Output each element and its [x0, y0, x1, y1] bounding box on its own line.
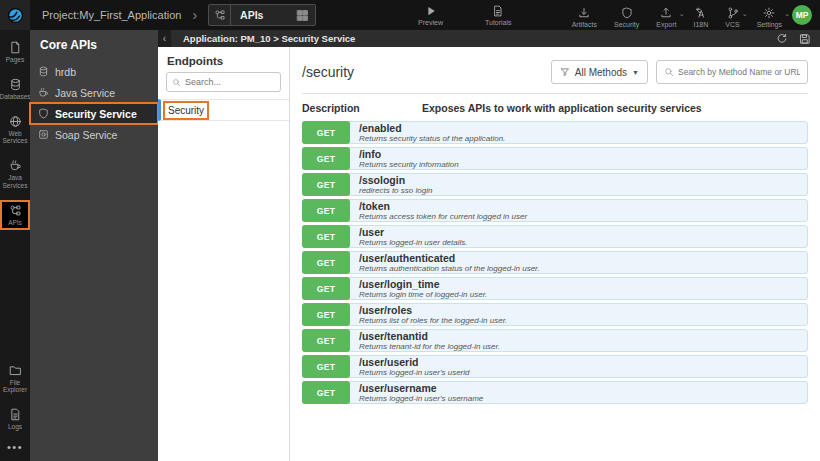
core-api-item-security-service[interactable]: Security Service [30, 103, 158, 124]
more-options-icon[interactable]: ••• [7, 441, 23, 453]
shield-icon [621, 7, 633, 19]
endpoint-path: /user/authenticated [359, 252, 540, 264]
tool-label: Artifacts [572, 21, 597, 28]
endpoint-description: Returns list of roles for the logged-in … [359, 316, 507, 325]
play-icon [425, 5, 437, 17]
method-search-input[interactable] [678, 67, 800, 77]
endpoint-description: Returns logged-in user details. [359, 238, 468, 247]
endpoint-row[interactable]: GET/infoReturns security information [302, 147, 808, 170]
method-badge: GET [302, 251, 350, 274]
endpoint-path: /user/tenantid [359, 330, 500, 342]
method-badge: GET [302, 381, 350, 404]
chevron-right-icon: › [192, 7, 197, 23]
method-badge: GET [302, 355, 350, 378]
workspace-selector[interactable]: APIs [208, 4, 316, 26]
endpoint-description: Returns access token for current logged … [359, 212, 527, 221]
endpoint-row[interactable]: GET/user/tenantidReturns tenant-id for t… [302, 329, 808, 352]
core-apis-title: Core APIs [30, 30, 158, 61]
sidebar-item-pages[interactable]: Pages [0, 37, 30, 67]
endpoint-row[interactable]: GET/tokenReturns access token for curren… [302, 199, 808, 222]
endpoint-description: Returns authentication status of the log… [359, 264, 540, 273]
method-badge: GET [302, 173, 350, 196]
topbar-tool-vcs[interactable]: ⌄VCS [725, 7, 739, 28]
api-icon [214, 9, 226, 21]
refresh-icon[interactable] [776, 33, 788, 45]
topbar-tool-export[interactable]: ⌄Export [656, 7, 676, 28]
endpoint-item-label: Security [165, 103, 207, 118]
endpoint-row[interactable]: GET/enabledReturns security status of th… [302, 121, 808, 144]
sidebar-item-file-explorer[interactable]: File Explorer [0, 360, 30, 398]
endpoint-path: /user/userid [359, 356, 469, 368]
core-api-item-label: hrdb [55, 66, 76, 78]
sidebar-item-label: Web Services [0, 130, 30, 146]
service-description-text: Exposes APIs to work with application se… [422, 102, 702, 114]
core-api-item-soap-service[interactable]: Soap Service [30, 124, 158, 145]
doc-icon [492, 5, 504, 17]
grid-icon[interactable] [296, 9, 309, 22]
sidebar-item-databases[interactable]: Databases [0, 74, 30, 104]
sidebar-item-label: APIs [8, 219, 22, 227]
service-path-title: /security [302, 64, 354, 80]
sidebar-item-label: File Explorer [0, 379, 30, 395]
upload-icon [660, 7, 672, 19]
sidebar-item-java-services[interactable]: Java Services [0, 155, 30, 193]
endpoints-search-input[interactable] [185, 77, 275, 87]
method-search-box[interactable] [656, 60, 808, 84]
sidebar-item-label: Pages [6, 56, 24, 64]
topbar-tool-artifacts[interactable]: Artifacts [572, 7, 597, 28]
chevron-down-icon: ⌄ [742, 10, 748, 18]
search-icon [172, 78, 181, 87]
topbar-tool-settings[interactable]: ⌄Settings [757, 7, 782, 28]
core-api-item-hrdb[interactable]: hrdb [30, 61, 158, 82]
soap-icon [38, 129, 49, 140]
chevron-down-icon: ⌄ [784, 10, 790, 18]
i18n-icon [695, 7, 707, 19]
coffee-icon [38, 87, 49, 98]
endpoint-path: /info [359, 148, 459, 160]
shield-icon [38, 108, 49, 119]
breadcrumb-bar: ‹ Application: PM_10 > Security Service [158, 30, 820, 47]
project-name-label: Project:My_First_Application [42, 9, 181, 21]
save-icon[interactable] [799, 33, 811, 45]
sidebar-item-web-services[interactable]: Web Services [0, 111, 30, 149]
endpoint-row[interactable]: GET/userReturns logged-in user details. [302, 225, 808, 248]
method-badge: GET [302, 303, 350, 326]
core-api-item-label: Java Service [55, 87, 115, 99]
collapse-panel-button[interactable]: ‹ [158, 30, 171, 47]
folder-icon [9, 364, 22, 377]
topbar-tool-i18n[interactable]: I18N [694, 7, 709, 28]
endpoints-list: Security [158, 99, 289, 121]
endpoint-row[interactable]: GET/user/useridReturns logged-in user's … [302, 355, 808, 378]
tool-label: VCS [725, 21, 739, 28]
core-api-item-java-service[interactable]: Java Service [30, 82, 158, 103]
endpoint-row[interactable]: GET/user/login_timeReturns login time of… [302, 277, 808, 300]
topbar-tool-preview[interactable]: Preview [418, 5, 443, 26]
methods-filter-dropdown[interactable]: All Methods ▼ [551, 60, 648, 84]
endpoints-search-box[interactable] [166, 72, 281, 92]
app-logo[interactable] [0, 0, 30, 30]
database-icon [38, 66, 49, 77]
endpoint-description: Returns security status of the applicati… [359, 134, 505, 143]
endpoint-row[interactable]: GET/user/usernameReturns logged-in user'… [302, 381, 808, 404]
user-avatar[interactable]: MP [792, 5, 812, 25]
core-api-item-label: Soap Service [55, 129, 117, 141]
endpoint-path: /user/username [359, 382, 483, 394]
sidebar-item-label: Logs [8, 423, 22, 431]
sidebar-item-logs[interactable]: Logs [0, 404, 30, 434]
topbar-right-tools: ArtifactsSecurity⌄ExportI18N⌄VCS⌄Setting… [572, 3, 782, 28]
gear-icon [763, 7, 775, 19]
endpoint-row[interactable]: GET/user/rolesReturns list of roles for … [302, 303, 808, 326]
endpoint-path: /ssologin [359, 174, 432, 186]
endpoints-panel: Endpoints Security [158, 47, 290, 461]
endpoint-item-security[interactable]: Security [158, 99, 289, 121]
sidebar-item-apis[interactable]: APIs [0, 200, 30, 230]
topbar-tool-security[interactable]: Security [614, 7, 639, 28]
endpoint-row[interactable]: GET/user/authenticatedReturns authentica… [302, 251, 808, 274]
core-apis-panel: Core APIs hrdbJava ServiceSecurity Servi… [30, 30, 158, 461]
globe-icon [9, 115, 22, 128]
database-icon [9, 78, 22, 91]
coffee-icon [9, 159, 22, 172]
topbar-tool-tutorials[interactable]: Tutorials [485, 5, 512, 26]
endpoint-row[interactable]: GET/ssologinredirects to sso login [302, 173, 808, 196]
method-badge: GET [302, 121, 350, 144]
